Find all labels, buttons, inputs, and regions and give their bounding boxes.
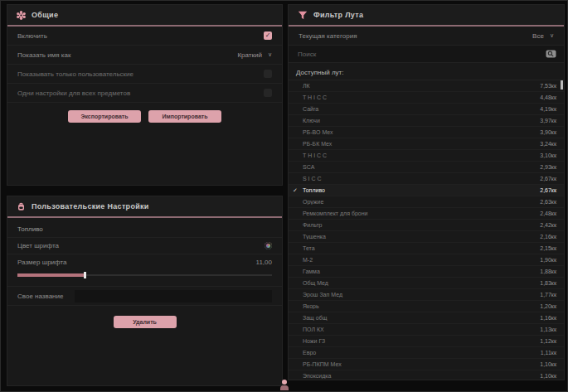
item-value: 2,67кк	[540, 176, 556, 181]
enable-checkbox[interactable]: ✓	[264, 31, 272, 40]
item-name: Евро	[301, 350, 541, 356]
list-item[interactable]: ✓ Тета 2,15кк	[289, 243, 564, 254]
backpack-icon	[17, 202, 26, 211]
list-item[interactable]: ✓ М-2 1,90кк	[289, 254, 564, 266]
list-item[interactable]: ✓ РБ-БК Мех 3,24кк	[289, 138, 564, 150]
item-value: 1,88кк	[540, 269, 556, 274]
item-value: 2,67кк	[540, 187, 556, 193]
list-item[interactable]: ✓ ЛК 7,53кк	[289, 80, 564, 92]
list-item[interactable]: ✓ Ножи ГЗ 1,12кк	[289, 336, 564, 347]
item-name: РБ-ВО Мех	[301, 129, 540, 135]
item-name: Сайга	[301, 106, 540, 112]
list-item[interactable]: ✓ ПОЛ КХ 1,13кк	[289, 324, 564, 336]
custom-name-input[interactable]	[75, 290, 272, 302]
panel-title: Фильтр Лута	[313, 11, 363, 19]
item-value: 1,10кк	[540, 373, 556, 379]
person-icon	[279, 380, 289, 391]
font-size-slider[interactable]	[17, 272, 272, 278]
item-value: 2,93кк	[540, 164, 556, 170]
item-name: Тета	[301, 245, 540, 251]
color-wheel-icon[interactable]	[265, 242, 272, 249]
item-value: 4,19кк	[540, 106, 556, 112]
user-only-checkbox[interactable]	[264, 70, 272, 78]
item-value: 3,90кк	[540, 129, 556, 135]
item-name: SCA	[301, 164, 540, 170]
list-item[interactable]: ✓ Сайга 4,19кк	[289, 104, 564, 115]
item-name: T H I C C	[301, 94, 540, 100]
item-value: 1,77кк	[540, 292, 556, 298]
font-size-value: 11,00	[256, 259, 272, 266]
item-value: 3,10кк	[540, 152, 556, 158]
person-head	[282, 380, 287, 385]
item-name: Эпоксидка	[301, 373, 540, 379]
delete-row: Удалить	[7, 306, 282, 336]
list-item[interactable]: ✓ РБ-ВО Мех 3,90кк	[289, 127, 564, 138]
item-name: ЛК	[301, 83, 540, 89]
item-name: Т Н I С С	[301, 152, 540, 158]
item-value: 2,16кк	[540, 234, 556, 240]
import-button[interactable]: Импортировать	[148, 110, 221, 123]
list-item[interactable]: ✓ SCA 2,93кк	[289, 162, 564, 173]
list-item[interactable]: ✓ Оружие 2,63кк	[289, 196, 564, 208]
list-item[interactable]: ✓ Гамма 1,88кк	[289, 266, 564, 278]
export-button[interactable]: Экспортировать	[68, 110, 141, 123]
list-item[interactable]: ✓ Фильтр 2,42кк	[289, 220, 564, 231]
list-item[interactable]: ✓ Евро 1,11кк	[289, 347, 564, 359]
list-item[interactable]: ✓ Т Н I С С 3,10кк	[289, 150, 564, 162]
list-item[interactable]: ✓ Общ Мед 1,83кк	[289, 278, 564, 289]
category-label: Текущая категория	[299, 32, 357, 40]
list-item[interactable]: ✓ Якорь 1,20кк	[289, 301, 564, 312]
item-name: Ремкомплект для брони	[301, 211, 540, 216]
name-mode-dropdown[interactable]: Краткий ∨	[237, 51, 272, 59]
delete-button[interactable]: Удалить	[114, 316, 177, 328]
search-row	[289, 46, 564, 63]
category-dropdown[interactable]: Все ∨	[532, 32, 554, 40]
list-item[interactable]: ✓ Эпоксидка 1,10кк	[289, 370, 564, 380]
search-input[interactable]	[296, 50, 546, 59]
general-settings-panel: Общие Включить ✓ Показать имя как Кратки…	[7, 4, 283, 186]
setting-row-same-settings: Одни настройки для всех предметов	[7, 84, 282, 103]
item-value: 7,53кк	[540, 83, 556, 89]
item-value: 1,90кк	[540, 257, 556, 263]
list-item[interactable]: ✓ РБ-ПКПМ Мех 1,10кк	[289, 359, 564, 370]
same-settings-label: Одни настройки для всех предметов	[17, 90, 130, 97]
user-settings-panel: Пользовательские Настройки Топливо Цвет …	[7, 196, 283, 386]
item-value: 2,63кк	[540, 199, 556, 205]
slider-handle[interactable]	[84, 272, 86, 278]
check-icon: ✓	[293, 187, 301, 194]
item-name: Фильтр	[301, 222, 540, 228]
font-color-row: Цвет шрифта	[7, 237, 282, 254]
general-panel-header: Общие	[7, 5, 282, 27]
item-name: РБ-ПКПМ Мех	[301, 361, 540, 367]
loot-list: ✓ ЛК 7,53кк ✓ T H I C C 4,48кк ✓ Сайга 4…	[289, 80, 564, 380]
list-item[interactable]: ✓ S I C C 2,67кк	[289, 173, 564, 185]
item-name: Защ общ	[301, 315, 540, 321]
list-item[interactable]: ✓ Ключи 3,97кк	[289, 115, 564, 127]
item-value: 2,48кк	[540, 211, 556, 216]
slider-fill	[17, 273, 84, 277]
panel-title: Пользовательские Настройки	[32, 202, 149, 211]
same-settings-checkbox[interactable]	[264, 89, 272, 97]
list-scrollbar-thumb[interactable]	[561, 80, 563, 90]
item-name: Гамма	[301, 269, 540, 274]
loot-panel-header: Фильтр Лута	[289, 5, 564, 27]
list-item[interactable]: ✓ Тушенка 2,16кк	[289, 231, 564, 243]
item-value: 1,16кк	[540, 315, 556, 321]
list-item[interactable]: ✓ Ремкомплект для брони 2,48кк	[289, 208, 564, 220]
list-item[interactable]: ✓ Защ общ 1,16кк	[289, 312, 564, 324]
list-item[interactable]: ✓ Топливо 2,67кк	[289, 185, 564, 196]
setting-row-user-only: Показывать только пользовательские	[7, 65, 282, 84]
item-value: 2,15кк	[540, 245, 556, 251]
item-name: Общ Мед	[301, 280, 540, 286]
item-value: 1,13кк	[540, 327, 556, 332]
name-mode-label: Показать имя как	[17, 51, 70, 59]
search-icon[interactable]	[546, 50, 556, 58]
chevron-down-icon: ∨	[268, 51, 272, 58]
item-name: S I C C	[301, 176, 540, 181]
list-item[interactable]: ✓ Эрош Зап Мед 1,77кк	[289, 289, 564, 301]
gear-icon	[17, 11, 26, 20]
custom-name-label: Свое название	[17, 293, 63, 300]
item-name: Ключи	[301, 118, 540, 123]
list-item[interactable]: ✓ T H I C C 4,48кк	[289, 92, 564, 104]
item-value: 4,48кк	[540, 94, 556, 100]
